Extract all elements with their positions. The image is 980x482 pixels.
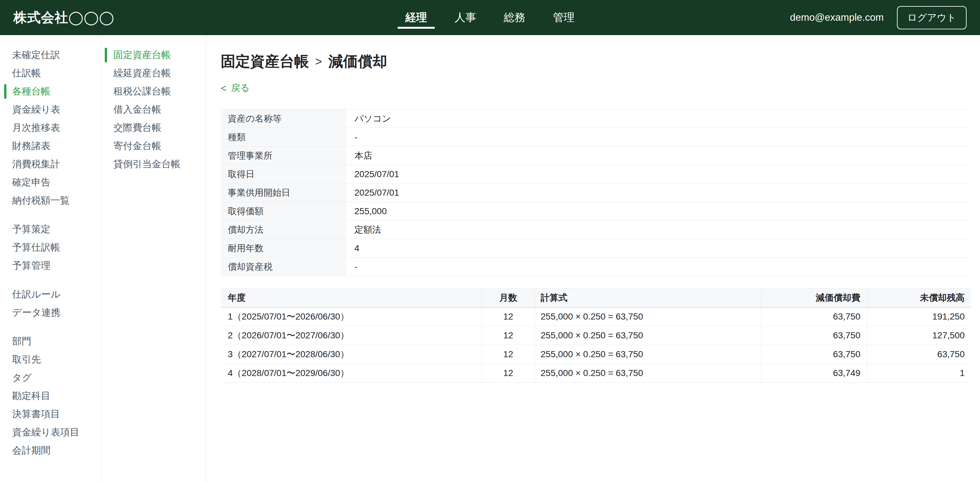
primary-sidebar: 未確定仕訳 仕訳帳 各種台帳 資金繰り表 月次推移表	[0, 35, 102, 482]
detail-value: -	[345, 258, 971, 276]
page-layout: 未確定仕訳 仕訳帳 各種台帳 資金繰り表 月次推移表	[0, 35, 980, 482]
cell-depreciation-expense: 63,750	[761, 326, 867, 345]
nav-tab[interactable]: 管理	[553, 0, 575, 35]
detail-row: 耐用年数 4	[221, 239, 971, 258]
sidebar-group-master: 部門 取引先 タグ 勘定科目 決算書項目 資金繰り	[0, 332, 101, 460]
sidebar-item-label: 予算管理	[12, 259, 51, 272]
header-right: demo@example.com ログアウト	[790, 6, 967, 29]
detail-label: 取得日	[221, 165, 345, 184]
ledger-item[interactable]: 寄付金台帳	[102, 137, 206, 155]
cell-remaining-balance: 191,250	[867, 308, 971, 326]
cell-months: 12	[482, 345, 535, 364]
cell-fiscal-year: 1（2025/07/01〜2026/06/30）	[221, 308, 482, 326]
ledger-item-label: 繰延資産台帳	[113, 67, 171, 80]
sidebar-item[interactable]: 資金繰り表項目	[0, 423, 101, 441]
ledger-item[interactable]: 貸倒引当金台帳	[102, 155, 206, 173]
sidebar-item[interactable]: データ連携	[0, 304, 101, 322]
cell-formula: 255,000 × 0.250 = 63,750	[535, 364, 761, 383]
sidebar-item[interactable]: 取引先	[0, 350, 101, 369]
detail-label: 耐用年数	[221, 239, 345, 258]
ledger-item[interactable]: 借入金台帳	[102, 101, 206, 119]
ledger-item[interactable]: 交際費台帳	[102, 119, 206, 137]
sidebar-item[interactable]: 決算書項目	[0, 405, 101, 423]
sidebar-item[interactable]: 仕訳ルール	[0, 285, 101, 304]
sidebar-item-label: 予算策定	[12, 223, 51, 236]
cell-formula: 255,000 × 0.250 = 63,750	[535, 345, 761, 364]
nav-tab-label: 管理	[553, 10, 575, 25]
sidebar-item-label: 仕訳帳	[12, 67, 41, 80]
cell-fiscal-year: 2（2026/07/01〜2027/06/30）	[221, 326, 482, 345]
sidebar-item-label: 決算書項目	[12, 407, 60, 421]
ledger-item-label: 交際費台帳	[113, 121, 161, 135]
cell-fiscal-year: 3（2027/07/01〜2028/06/30）	[221, 345, 482, 364]
depreciation-row: 3（2027/07/01〜2028/06/30） 12 255,000 × 0.…	[221, 345, 971, 364]
back-link[interactable]: < 戻る	[221, 82, 250, 95]
ledger-item-label: 固定資産台帳	[113, 49, 171, 62]
sidebar-item[interactable]: 月次推移表	[0, 119, 101, 137]
depreciation-row: 2（2026/07/01〜2027/06/30） 12 255,000 × 0.…	[221, 326, 971, 345]
page-title: 固定資産台帳 > 減価償却	[221, 52, 971, 71]
detail-label: 事業供用開始日	[221, 184, 345, 202]
sidebar-item-label: 各種台帳	[12, 85, 51, 98]
cell-months: 12	[482, 308, 535, 326]
sidebar-item-label: タグ	[12, 371, 32, 384]
nav-tab[interactable]: 総務	[504, 0, 525, 35]
detail-value: 2025/07/01	[345, 184, 971, 202]
cell-remaining-balance: 63,750	[867, 345, 971, 364]
sidebar-item[interactable]: 予算仕訳帳	[0, 238, 101, 257]
detail-label: 管理事業所	[221, 146, 345, 165]
detail-label: 償却方法	[221, 220, 345, 239]
sidebar-item[interactable]: 会計期間	[0, 441, 101, 460]
ledger-item-label: 借入金台帳	[113, 103, 161, 116]
depreciation-row: 1（2025/07/01〜2026/06/30） 12 255,000 × 0.…	[221, 308, 971, 326]
ledger-item[interactable]: 繰延資産台帳	[102, 64, 206, 82]
sidebar-item[interactable]: 予算管理	[0, 257, 101, 275]
sidebar-item[interactable]: タグ	[0, 369, 101, 387]
detail-label: 種類	[221, 128, 345, 146]
company-logo: 株式会社◯◯◯	[13, 9, 115, 27]
sidebar-item-label: 月次推移表	[12, 121, 60, 135]
sidebar-item[interactable]: 納付税額一覧	[0, 192, 101, 210]
nav-tab-label: 経理	[405, 10, 427, 25]
detail-row: 管理事業所 本店	[221, 146, 971, 165]
ledger-item[interactable]: 固定資産台帳	[102, 46, 206, 64]
cell-depreciation-expense: 63,749	[761, 364, 867, 383]
sidebar-item[interactable]: 勘定科目	[0, 387, 101, 405]
depreciation-header-row: 年度 月数 計算式 減価償却費 未償却残高	[221, 289, 971, 308]
detail-value: -	[345, 128, 971, 146]
sidebar-item-label: 勘定科目	[12, 389, 51, 403]
sidebar-item-label: 確定申告	[12, 176, 51, 189]
header-fiscal-year: 年度	[221, 289, 482, 308]
nav-tab[interactable]: 経理	[405, 0, 427, 35]
top-nav: 経理 人事 総務 管理	[405, 0, 575, 35]
sidebar-item[interactable]: 確定申告	[0, 173, 101, 192]
logout-button[interactable]: ログアウト	[897, 6, 967, 29]
detail-row: 資産の名称等 パソコン	[221, 109, 971, 128]
depreciation-table: 年度 月数 計算式 減価償却費 未償却残高 1（2025/07/01〜2026/…	[221, 288, 971, 383]
sidebar-item[interactable]: 部門	[0, 332, 101, 350]
detail-row: 種類 -	[221, 128, 971, 146]
detail-value: 2025/07/01	[345, 165, 971, 184]
nav-tab[interactable]: 人事	[455, 0, 476, 35]
sidebar-item[interactable]: 予算策定	[0, 220, 101, 238]
sidebar-item-label: 取引先	[12, 353, 41, 366]
sidebar-item-label: 資金繰り表項目	[12, 426, 80, 439]
detail-value: 4	[345, 239, 971, 258]
sidebar-item[interactable]: 資金繰り表	[0, 101, 101, 119]
sidebar-item-label: 部門	[12, 335, 31, 348]
sidebar-group-tools: 仕訳ルール データ連携	[0, 285, 101, 322]
sidebar-item-label: 資金繰り表	[12, 103, 60, 116]
detail-value: 255,000	[345, 202, 971, 220]
ledger-item[interactable]: 租税公課台帳	[102, 82, 206, 101]
sidebar-item[interactable]: 消費税集計	[0, 155, 101, 173]
sidebar-item[interactable]: 未確定仕訳	[0, 46, 101, 64]
header-depreciation-expense: 減価償却費	[761, 289, 867, 308]
cell-remaining-balance: 1	[867, 364, 971, 383]
sidebar-item[interactable]: 各種台帳	[0, 82, 101, 101]
header-remaining-balance: 未償却残高	[867, 289, 971, 308]
sidebar-item[interactable]: 財務諸表	[0, 137, 101, 155]
cell-fiscal-year: 4（2028/07/01〜2029/06/30）	[221, 364, 482, 383]
sidebar-item[interactable]: 仕訳帳	[0, 64, 101, 82]
detail-label: 資産の名称等	[221, 109, 345, 128]
breadcrumb-separator-icon: >	[315, 55, 322, 68]
